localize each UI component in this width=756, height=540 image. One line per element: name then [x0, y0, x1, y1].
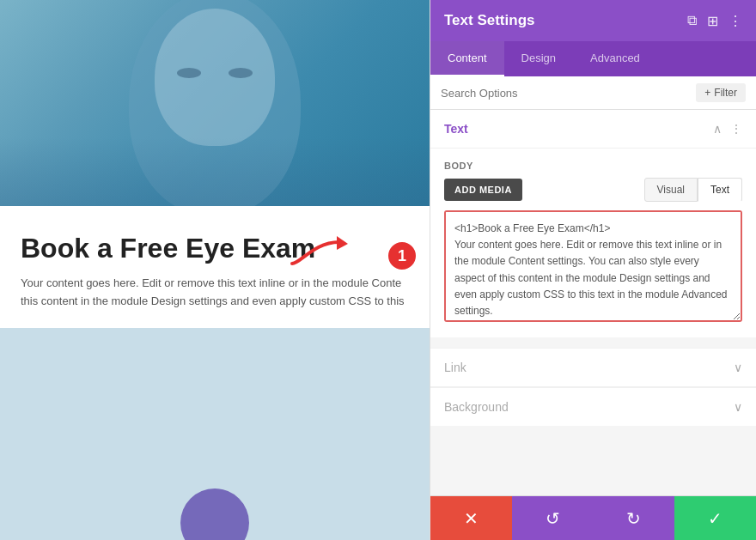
text-editor[interactable]: <h1>Book a Free Eye Exam</h1> Your conte… [444, 210, 742, 322]
arrow-container [284, 225, 352, 280]
hero-image [0, 0, 430, 206]
face-inner [155, 9, 275, 146]
link-section: Link ∨ [430, 348, 756, 386]
step-badge: 1 [387, 240, 418, 271]
background-section-header[interactable]: Background ∨ [430, 388, 756, 426]
settings-body[interactable]: Text ∧ ⋮ Body ADD MEDIA Visual Text <h [430, 110, 756, 495]
search-input[interactable] [441, 87, 696, 100]
text-section-more-icon[interactable]: ⋮ [730, 122, 742, 136]
redo-icon: ↻ [626, 508, 641, 529]
header-icons: ⧉ ⊞ ⋮ [687, 13, 742, 29]
preview-content: Book a Free Eye Exam Your content goes h… [0, 206, 430, 328]
filter-label: Filter [714, 87, 737, 99]
settings-header: Text Settings ⧉ ⊞ ⋮ [430, 0, 756, 41]
preview-text: Your content goes here. Edit or remove t… [21, 275, 409, 311]
eyes-area [163, 60, 266, 86]
link-section-header[interactable]: Link ∨ [430, 349, 756, 386]
decorative-circle [180, 488, 249, 540]
background-section: Background ∨ [430, 387, 756, 426]
more-icon[interactable]: ⋮ [729, 13, 742, 29]
eye-right [229, 68, 253, 78]
settings-panel: Text Settings ⧉ ⊞ ⋮ Content Design Advan… [430, 0, 756, 540]
section-spacer-1 [430, 337, 756, 348]
body-label: Body [444, 161, 742, 171]
svg-marker-0 [337, 236, 348, 250]
text-section: Text ∧ ⋮ Body ADD MEDIA Visual Text <h [430, 110, 756, 337]
eye-left [177, 68, 201, 78]
settings-title: Text Settings [444, 12, 534, 29]
cancel-icon: ✕ [464, 508, 479, 529]
tab-design[interactable]: Design [504, 41, 573, 76]
editor-toolbar: ADD MEDIA Visual Text [444, 178, 742, 202]
view-tabs: Visual Text [644, 178, 742, 202]
filter-button[interactable]: + Filter [696, 83, 746, 102]
text-section-body: Body ADD MEDIA Visual Text <h1>Book a Fr… [430, 149, 756, 337]
background-expand-icon[interactable]: ∨ [734, 400, 742, 414]
bottom-toolbar: ✕ ↺ ↻ ✓ [430, 495, 756, 540]
link-expand-icon[interactable]: ∨ [734, 361, 742, 374]
pointing-arrow [284, 225, 352, 276]
save-button[interactable]: ✓ [674, 496, 756, 540]
copy-icon[interactable]: ⧉ [687, 13, 697, 28]
expand-icon[interactable]: ⊞ [707, 13, 718, 29]
search-bar: + Filter [430, 76, 756, 110]
link-section-title: Link [444, 361, 466, 374]
text-section-title: Text [444, 122, 468, 136]
visual-tab[interactable]: Visual [644, 178, 698, 202]
undo-button[interactable]: ↺ [512, 496, 594, 540]
add-media-button[interactable]: ADD MEDIA [444, 179, 522, 201]
text-section-icons: ∧ ⋮ [713, 122, 742, 136]
preview-panel: Book a Free Eye Exam Your content goes h… [0, 0, 430, 540]
tab-content[interactable]: Content [430, 41, 504, 76]
undo-icon: ↺ [546, 508, 560, 529]
tab-advanced[interactable]: Advanced [573, 41, 657, 76]
text-section-header[interactable]: Text ∧ ⋮ [430, 110, 756, 149]
save-icon: ✓ [708, 508, 722, 529]
cancel-button[interactable]: ✕ [430, 496, 512, 540]
redo-button[interactable]: ↻ [594, 496, 675, 540]
collapse-icon[interactable]: ∧ [713, 122, 722, 136]
text-tab[interactable]: Text [698, 178, 742, 202]
background-section-title: Background [444, 400, 509, 414]
hero-gradient [0, 137, 430, 206]
settings-tabs: Content Design Advanced [430, 41, 756, 76]
plus-icon: + [704, 87, 710, 99]
